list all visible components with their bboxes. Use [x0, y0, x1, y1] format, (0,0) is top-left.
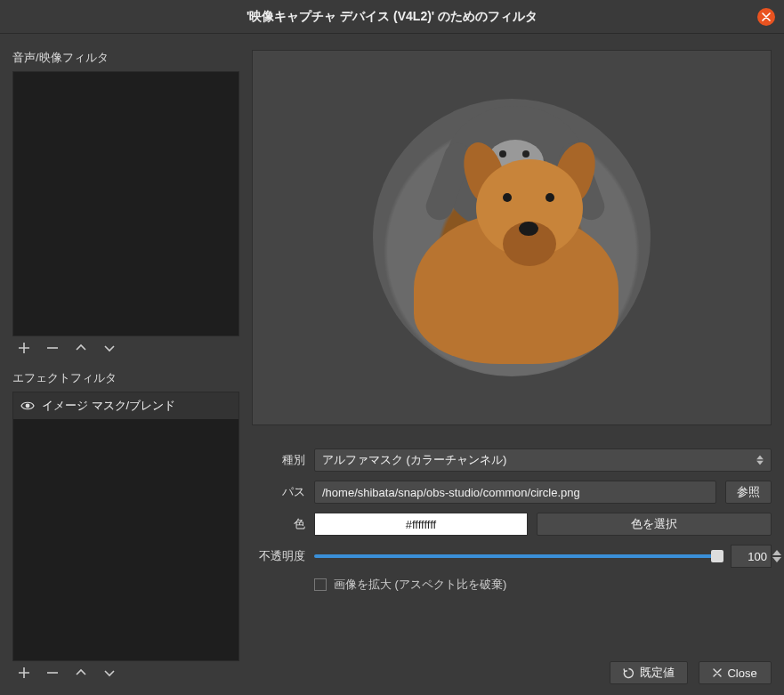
defaults-button[interactable]: 既定値 [610, 661, 688, 684]
close-button-label: Close [727, 667, 756, 680]
audio-remove-button[interactable] [44, 340, 61, 356]
effect-filters-label: エフェクトフィルタ [12, 370, 239, 386]
effect-remove-button[interactable] [44, 665, 61, 681]
color-swatch[interactable]: #ffffffff [314, 513, 528, 536]
minus-icon [46, 342, 59, 354]
properties-panel: 種別 アルファマスク (カラーチャンネル) パス /home/shibata/s… [252, 449, 772, 593]
opacity-slider[interactable] [314, 554, 723, 558]
effect-move-up-button[interactable] [73, 665, 89, 681]
color-row: 色 #ffffffff 色を選択 [252, 513, 772, 536]
window-close-button[interactable] [757, 8, 775, 26]
chevron-down-icon [103, 667, 116, 679]
opacity-slider-wrap: 100 [314, 545, 772, 568]
effect-section: エフェクトフィルタ イメージ マスク/ブレンド [12, 370, 239, 684]
select-caret-icon [756, 456, 764, 465]
eye-icon [20, 399, 35, 413]
effect-filter-item[interactable]: イメージ マスク/ブレンド [13, 392, 238, 419]
color-hex-value: #ffffffff [406, 518, 436, 531]
close-button[interactable]: Close [699, 661, 772, 684]
path-field-value: /home/shibata/snap/obs-studio/common/cir… [322, 486, 580, 499]
chevron-down-icon [103, 342, 116, 354]
audio-filter-toolbar [12, 336, 239, 360]
audio-move-up-button[interactable] [73, 340, 89, 356]
path-field[interactable]: /home/shibata/snap/obs-studio/common/cir… [314, 481, 716, 504]
reset-icon [623, 667, 634, 679]
defaults-button-label: 既定値 [640, 665, 675, 681]
path-row: パス /home/shibata/snap/obs-studio/common/… [252, 481, 772, 504]
browse-button-label: 参照 [737, 484, 760, 500]
type-select-value: アルファマスク (カラーチャンネル) [322, 452, 506, 468]
left-column: 音声/映像フィルタ エフェクトフィルタ [12, 50, 239, 684]
pick-color-button-label: 色を選択 [631, 516, 677, 532]
chevron-up-icon [75, 667, 87, 679]
audio-filter-list[interactable] [12, 71, 239, 336]
titlebar: '映像キャプチャ デバイス (V4L2)' のためのフィルタ [0, 0, 784, 34]
plus-icon [18, 342, 30, 354]
content: 音声/映像フィルタ エフェクトフィルタ [0, 34, 784, 695]
opacity-value: 100 [748, 550, 767, 563]
window-title: '映像キャプチャ デバイス (V4L2)' のためのフィルタ [247, 9, 537, 25]
close-icon [713, 668, 722, 677]
browse-button[interactable]: 参照 [725, 481, 772, 504]
effect-filter-toolbar [12, 661, 239, 684]
minus-icon [46, 667, 59, 679]
right-column: 種別 アルファマスク (カラーチャンネル) パス /home/shibata/s… [252, 50, 772, 684]
effect-filter-item-label: イメージ マスク/ブレンド [42, 398, 175, 414]
footer: 既定値 Close [252, 649, 772, 684]
visibility-toggle[interactable] [20, 399, 35, 413]
stretch-label: 画像を拡大 (アスペクト比を破棄) [334, 577, 506, 593]
pick-color-button[interactable]: 色を選択 [537, 513, 772, 536]
plus-icon [18, 667, 30, 679]
type-label: 種別 [252, 452, 305, 468]
preview-area [252, 50, 772, 425]
audio-filters-label: 音声/映像フィルタ [12, 50, 239, 66]
spin-down-icon[interactable] [772, 557, 781, 562]
path-label: パス [252, 484, 305, 500]
preview-masked-output [373, 99, 651, 376]
effect-filter-list[interactable]: イメージ マスク/ブレンド [12, 392, 239, 661]
svg-point-0 [26, 404, 30, 408]
audio-move-down-button[interactable] [101, 340, 117, 356]
spin-up-icon[interactable] [772, 550, 781, 555]
opacity-label: 不透明度 [252, 548, 305, 564]
type-row: 種別 アルファマスク (カラーチャンネル) [252, 449, 772, 472]
chevron-up-icon [75, 342, 87, 354]
audio-add-button[interactable] [16, 340, 32, 356]
type-select[interactable]: アルファマスク (カラーチャンネル) [314, 449, 772, 472]
stretch-row: 画像を拡大 (アスペクト比を破棄) [314, 577, 772, 593]
effect-add-button[interactable] [16, 665, 32, 681]
opacity-slider-thumb[interactable] [711, 550, 723, 562]
close-icon [762, 12, 771, 21]
opacity-spinbox[interactable]: 100 [731, 545, 772, 568]
opacity-row: 不透明度 100 [252, 545, 772, 568]
stretch-checkbox[interactable] [314, 578, 327, 591]
color-label: 色 [252, 516, 305, 532]
effect-move-down-button[interactable] [101, 665, 117, 681]
